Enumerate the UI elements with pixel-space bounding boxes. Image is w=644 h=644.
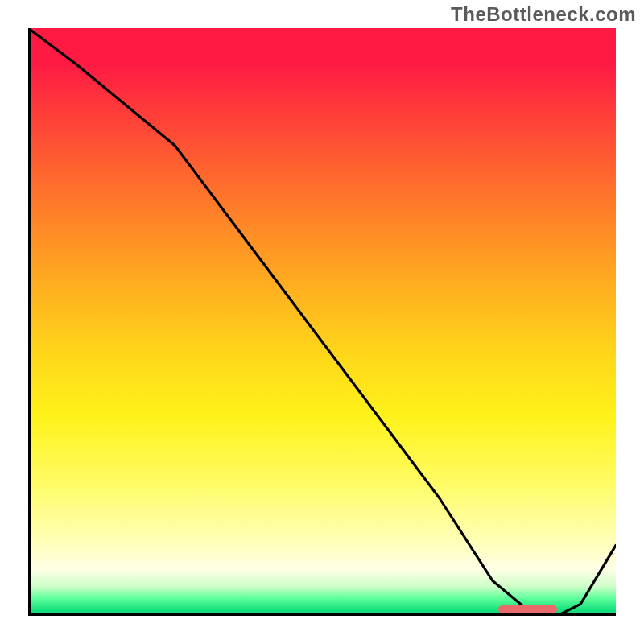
chart-container: TheBottleneck.com xyxy=(0,0,644,644)
curve-line xyxy=(28,28,616,616)
plot-area xyxy=(28,28,616,616)
watermark-text: TheBottleneck.com xyxy=(451,3,636,26)
highlight-marker xyxy=(498,605,557,613)
